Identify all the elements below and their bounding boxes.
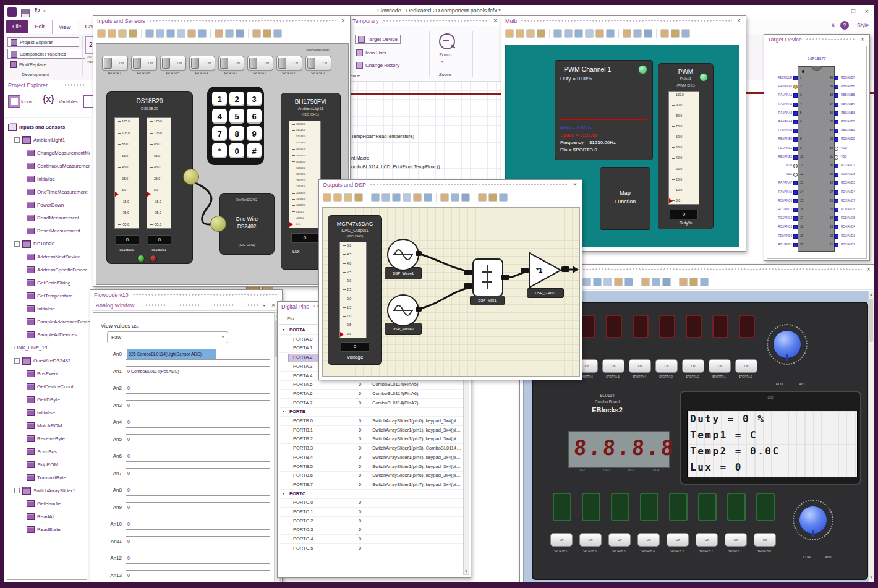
tree-item-initialise[interactable]: Initialise (7, 406, 90, 419)
toolbar-icon[interactable] (392, 193, 401, 202)
toolbar-icon[interactable] (252, 29, 261, 38)
tree-item-initialise[interactable]: Initialise (7, 302, 90, 315)
pin-column-header[interactable]: Pin (287, 316, 294, 322)
digital-pin-PORTC.5[interactable]: PORTC.5 (293, 545, 313, 551)
analog-window-titlebar[interactable]: Analog Window ▪ × (92, 300, 281, 311)
inputs-titlebar[interactable]: Inputs and Sensors × (93, 16, 350, 26)
tree-item-gettemperature[interactable]: GetTemperature (7, 289, 90, 302)
pin-square[interactable] (793, 164, 798, 168)
style-button[interactable]: Style (857, 22, 869, 28)
find-replace-button[interactable]: Find/Replace (7, 61, 68, 69)
toolbar-icon[interactable] (371, 193, 380, 202)
keypad-component[interactable]: 123456789*0# (207, 87, 264, 165)
toolbar-icon[interactable] (689, 278, 698, 286)
board-button-$PORTB.7[interactable]: Off (550, 533, 573, 547)
tree-item-addressspecificdevice[interactable]: AddressSpecificDevice (7, 263, 90, 276)
toolbar-icon[interactable] (354, 193, 363, 202)
outputs-titlebar[interactable]: Outputs and DSP × (319, 180, 582, 190)
close-icon[interactable]: × (270, 302, 276, 309)
component-properties-button[interactable]: Component Properties (7, 49, 85, 59)
pin-square[interactable] (793, 181, 798, 185)
tree-expand-icon[interactable]: ▾ (283, 327, 284, 331)
switch-$PORTA.4[interactable]: Off (189, 56, 215, 70)
digital-pin-PORTA.2[interactable]: PORTA.2 (293, 354, 312, 360)
toolbar-icon[interactable] (403, 193, 411, 202)
pin-square[interactable] (793, 216, 798, 221)
toolbar-icon[interactable] (593, 278, 602, 286)
pin-square[interactable] (834, 120, 838, 124)
toolbar-icon[interactable] (488, 193, 497, 202)
analog-row-field[interactable]: 825 ComboBL0114(LightSensor ADC) (126, 349, 270, 360)
toolbar-icon[interactable] (660, 29, 669, 38)
toolbar-icon[interactable] (461, 193, 470, 202)
board-button-$PORTB.6[interactable]: Off (579, 533, 602, 547)
toolbar-icon[interactable] (225, 29, 234, 38)
analog-row-field[interactable]: 0 (126, 451, 270, 462)
pin-square[interactable] (834, 103, 838, 107)
pin-square[interactable] (793, 103, 798, 107)
keypad-key-8[interactable]: 8 (229, 126, 244, 141)
switch-$PORTA.1[interactable]: Off (276, 56, 302, 70)
change-history-ribbon-button[interactable]: Change History (356, 62, 399, 69)
toolbar-icon[interactable] (145, 29, 154, 38)
toolbar-icon[interactable] (263, 29, 271, 38)
toolbar-icon[interactable] (381, 193, 390, 202)
expand-icon[interactable]: - (14, 137, 20, 143)
digital-pin-PORTB.1[interactable]: PORTB.1 (293, 427, 313, 433)
tree-item-onetimemeasurement[interactable]: OneTimeMeasurement (7, 185, 90, 198)
toolbar-icon[interactable] (236, 29, 244, 38)
close-icon[interactable]: × (736, 18, 742, 24)
board-button-$PORTA.3[interactable]: Off (655, 359, 678, 373)
toolbar-icon[interactable] (574, 29, 583, 38)
switch-$PORTA.5[interactable]: Off (160, 56, 186, 70)
switch-$PORTA.3[interactable]: Off (218, 56, 244, 70)
board-button-$PORTB.5[interactable]: Off (608, 533, 631, 547)
toolbar-icon[interactable] (681, 29, 690, 38)
digital-pin-PORTA.3[interactable]: PORTA.3 (293, 364, 312, 369)
tree-item-gethandle[interactable]: GetHandle (7, 497, 90, 510)
onewire-ds2482-component[interactable]: OneWireDS2482 One Wire DS2482 (I2C CH1) (219, 193, 275, 255)
digital-group-PORTC[interactable]: PORTC (289, 491, 305, 496)
pin-square[interactable] (793, 85, 798, 89)
tree-item-receivebyte[interactable]: ReceiveByte (7, 432, 90, 445)
tree-item-getserialstring[interactable]: GetSerialString (7, 276, 90, 289)
board-button-$PORTB.4[interactable]: Off (637, 533, 660, 547)
toolbar-icon[interactable] (624, 278, 633, 286)
tree-item-changemeasurementmode[interactable]: ChangeMeasurementMode (7, 147, 90, 160)
toolbar-icon[interactable] (662, 278, 671, 286)
keypad-key-2[interactable]: 2 (229, 92, 244, 106)
tree-item-getidbyte[interactable]: GetIDByte (7, 393, 90, 406)
mcp47x6dac-component[interactable]: MCP47x6DAC DAC_Output1 (I2C CH1) 5.04.54… (328, 215, 382, 365)
pin-square[interactable] (793, 120, 798, 124)
keypad-key-1[interactable]: 1 (212, 92, 227, 106)
scroll-down-icon[interactable]: ▼ (464, 568, 469, 574)
onewire-node-icon[interactable] (210, 216, 226, 232)
pin-square[interactable] (793, 234, 798, 239)
keypad-key-*[interactable]: * (212, 143, 227, 158)
keypad-key-9[interactable]: 9 (247, 126, 262, 141)
view-values-dropdown[interactable]: Raw ▾ (107, 331, 228, 343)
pwm-meter-component[interactable]: PWM Pulse1 (PWM CH1) 100.090.080.070.060… (658, 63, 714, 229)
pin-square[interactable] (834, 243, 838, 247)
toolbar-icon[interactable] (440, 193, 449, 202)
tree-item-readall[interactable]: ReadAll (7, 510, 90, 523)
pin-square[interactable] (793, 243, 798, 247)
board-button-$PORTB.0[interactable]: Off (754, 533, 776, 547)
tree-item-matchrom[interactable]: MatchROM (7, 419, 90, 432)
toolbar-icon[interactable] (585, 29, 594, 38)
analog-row-field[interactable]: 0 (126, 519, 270, 530)
toolbar-icon[interactable] (108, 29, 116, 38)
dsp-gain-component[interactable]: *1 (529, 252, 562, 288)
digital-group-PORTB[interactable]: PORTB (289, 409, 305, 414)
pin-square[interactable] (793, 199, 798, 203)
pin-square[interactable] (793, 111, 798, 116)
expand-icon[interactable]: - (14, 241, 20, 247)
braces-x-icon[interactable]: {x} (43, 94, 54, 104)
grid-icon[interactable] (8, 95, 20, 108)
board-button-$PORTB.2[interactable]: Off (696, 533, 718, 547)
toolbar-icon[interactable] (582, 278, 591, 286)
ribbon-collapse-icon[interactable]: ∧ (831, 22, 835, 28)
zoom-tool-label[interactable]: Zoom (439, 52, 451, 58)
tree-item-switcharrayslider1[interactable]: -SwitchArraySlider1 (7, 484, 90, 497)
tree-item-link_line_13[interactable]: LINK_LINE_13 (7, 341, 90, 354)
